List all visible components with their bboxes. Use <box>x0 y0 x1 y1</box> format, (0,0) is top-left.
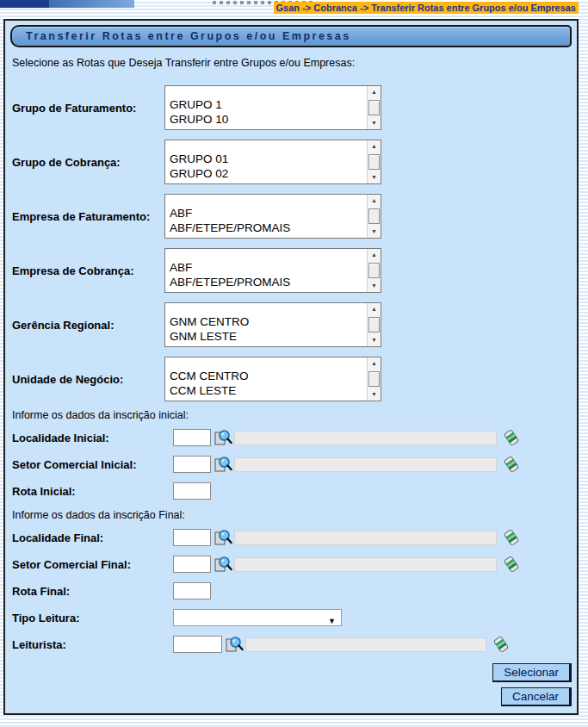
scrollbar-thumb[interactable] <box>368 371 380 387</box>
scroll-up-icon[interactable]: ▲ <box>368 250 381 260</box>
top-nav-bar-gradient <box>49 0 134 8</box>
search-icon[interactable] <box>225 635 244 654</box>
grupo-cobranca-label: Grupo de Cobrança: <box>12 156 164 169</box>
list-item[interactable]: ABF/ETEPE/PROMAIS <box>170 275 381 289</box>
search-icon[interactable] <box>214 455 232 474</box>
scrollbar[interactable]: ▲ ▼ <box>367 86 381 129</box>
row-tipo-leitura: Tipo Leitura: ▼ <box>12 607 577 628</box>
gerencia-regional-label: Gerência Regional: <box>12 319 164 332</box>
breadcrumb: Gsan -> Cobranca -> Transferir Rotas ent… <box>274 2 579 14</box>
scrollbar[interactable]: ▲ ▼ <box>367 357 381 401</box>
empresa-cobranca-label: Empresa de Cobrança: <box>12 264 164 277</box>
scroll-down-icon[interactable]: ▼ <box>368 335 381 345</box>
selecionar-button[interactable]: Selecionar <box>492 663 572 682</box>
scroll-down-icon[interactable]: ▼ <box>368 227 381 237</box>
list-item[interactable]: ABF <box>170 260 381 275</box>
unidade-negocio-listbox[interactable]: CCM CENTRO CCM LESTE ▲ ▼ <box>164 357 381 401</box>
leiturista-input[interactable] <box>173 636 222 653</box>
rota-inicial-input[interactable] <box>173 482 211 500</box>
list-item[interactable]: ABF/ETEPE/PROMAIS <box>170 221 381 235</box>
scroll-up-icon[interactable]: ▲ <box>368 87 381 97</box>
leiturista-label: Leiturista: <box>12 638 164 651</box>
action-buttons: Selecionar Cancelar <box>492 663 572 706</box>
gerencia-regional-listbox[interactable]: GNM CENTRO GNM LESTE ▲ ▼ <box>164 302 381 347</box>
scrollbar-thumb[interactable] <box>368 154 380 170</box>
localidade-final-label: Localidade Final: <box>12 531 164 544</box>
grupo-faturamento-label: Grupo de Faturamento: <box>12 102 164 115</box>
grupo-cobranca-listbox[interactable]: GRUPO 01 GRUPO 02 ▲ ▼ <box>164 140 381 184</box>
list-item[interactable]: ABF <box>170 206 381 221</box>
scroll-down-icon[interactable]: ▼ <box>368 281 381 291</box>
list-item[interactable]: GRUPO 1 <box>170 97 381 112</box>
empresa-faturamento-listbox[interactable]: ABF ABF/ETEPE/PROMAIS ▲ ▼ <box>164 194 381 239</box>
eraser-icon[interactable] <box>492 635 510 654</box>
instruction-text: Selecione as Rotas que Deseja Transferir… <box>12 57 577 69</box>
row-empresa-cobranca: Empresa de Cobrança: ABF ABF/ETEPE/PROMA… <box>12 248 577 293</box>
scroll-down-icon[interactable]: ▼ <box>368 389 381 400</box>
scrollbar[interactable]: ▲ ▼ <box>367 140 381 183</box>
grupo-faturamento-listbox[interactable]: GRUPO 1 GRUPO 10 ▲ ▼ <box>164 85 381 130</box>
scroll-up-icon[interactable]: ▲ <box>368 141 381 152</box>
scrollbar[interactable]: ▲ ▼ <box>367 303 381 346</box>
section-inscricao-final: Informe os dados da inscrição Final: <box>12 509 577 521</box>
list-item[interactable]: GNM LESTE <box>170 329 381 344</box>
setor-comercial-inicial-label: Setor Comercial Inicial: <box>12 458 164 471</box>
row-unidade-negocio: Unidade de Negócio: CCM CENTRO CCM LESTE… <box>12 357 577 401</box>
row-rota-inicial: Rota Inicial: <box>12 481 577 501</box>
scrollbar[interactable]: ▲ ▼ <box>367 249 381 292</box>
scrollbar-thumb[interactable] <box>368 208 380 224</box>
scroll-up-icon[interactable]: ▲ <box>368 358 381 369</box>
page-title: Transferir Rotas entre Grupos e/ou Empre… <box>10 25 572 47</box>
row-grupo-faturamento: Grupo de Faturamento: GRUPO 1 GRUPO 10 ▲… <box>12 85 577 130</box>
list-item[interactable]: CCM CENTRO <box>170 369 381 383</box>
top-nav-bar-fragment <box>0 0 49 8</box>
localidade-inicial-description <box>234 431 497 445</box>
eraser-icon[interactable] <box>503 428 520 447</box>
row-localidade-inicial: Localidade Inicial: <box>12 427 577 448</box>
list-item[interactable]: GRUPO 10 <box>170 112 381 127</box>
leiturista-description <box>245 637 486 652</box>
scrollbar-thumb[interactable] <box>368 317 380 332</box>
eraser-icon[interactable] <box>503 555 520 574</box>
list-item[interactable]: CCM LESTE <box>170 383 381 398</box>
scroll-up-icon[interactable]: ▲ <box>368 304 381 314</box>
rota-final-input[interactable] <box>173 582 211 600</box>
row-leiturista: Leiturista: <box>12 634 577 655</box>
eraser-icon[interactable] <box>503 528 520 547</box>
empresa-cobranca-listbox[interactable]: ABF ABF/ETEPE/PROMAIS ▲ ▼ <box>164 248 381 293</box>
localidade-final-input[interactable] <box>173 529 211 546</box>
row-setor-comercial-final: Setor Comercial Final: <box>12 554 577 575</box>
localidade-inicial-label: Localidade Inicial: <box>12 432 164 444</box>
search-icon[interactable] <box>214 555 232 574</box>
setor-comercial-final-input[interactable] <box>173 556 211 573</box>
row-rota-final: Rota Final: <box>12 581 577 601</box>
scroll-up-icon[interactable]: ▲ <box>368 196 381 206</box>
setor-comercial-inicial-input[interactable] <box>173 456 211 473</box>
eraser-icon[interactable] <box>503 455 520 474</box>
chevron-down-icon[interactable]: ▼ <box>328 613 336 629</box>
scroll-down-icon[interactable]: ▼ <box>368 118 381 128</box>
scrollbar[interactable]: ▲ ▼ <box>367 195 381 238</box>
search-icon[interactable] <box>214 528 232 547</box>
tipo-leitura-select[interactable]: ▼ <box>173 609 342 626</box>
list-item[interactable]: GRUPO 02 <box>170 166 381 181</box>
scroll-down-icon[interactable]: ▼ <box>368 172 381 183</box>
rota-inicial-label: Rota Inicial: <box>12 485 164 498</box>
row-grupo-cobranca: Grupo de Cobrança: GRUPO 01 GRUPO 02 ▲ ▼ <box>12 140 577 184</box>
localidade-inicial-input[interactable] <box>173 429 211 446</box>
setor-comercial-final-label: Setor Comercial Final: <box>12 558 164 571</box>
tipo-leitura-label: Tipo Leitura: <box>12 612 164 624</box>
list-item[interactable]: GNM CENTRO <box>170 314 381 329</box>
scrollbar-thumb[interactable] <box>368 263 380 278</box>
scrollbar-thumb[interactable] <box>368 100 380 115</box>
row-empresa-faturamento: Empresa de Faturamento: ABF ABF/ETEPE/PR… <box>12 194 577 239</box>
main-panel: Transferir Rotas entre Grupos e/ou Empre… <box>3 19 579 715</box>
setor-comercial-inicial-description <box>234 457 497 472</box>
empresa-faturamento-label: Empresa de Faturamento: <box>12 210 164 223</box>
row-localidade-final: Localidade Final: <box>12 527 577 548</box>
section-inscricao-inicial: Informe os dados da inscrição inicial: <box>12 409 577 421</box>
list-item[interactable]: GRUPO 01 <box>170 152 381 166</box>
cancelar-button[interactable]: Cancelar <box>501 687 572 706</box>
search-icon[interactable] <box>214 428 232 447</box>
rota-final-label: Rota Final: <box>12 585 164 598</box>
